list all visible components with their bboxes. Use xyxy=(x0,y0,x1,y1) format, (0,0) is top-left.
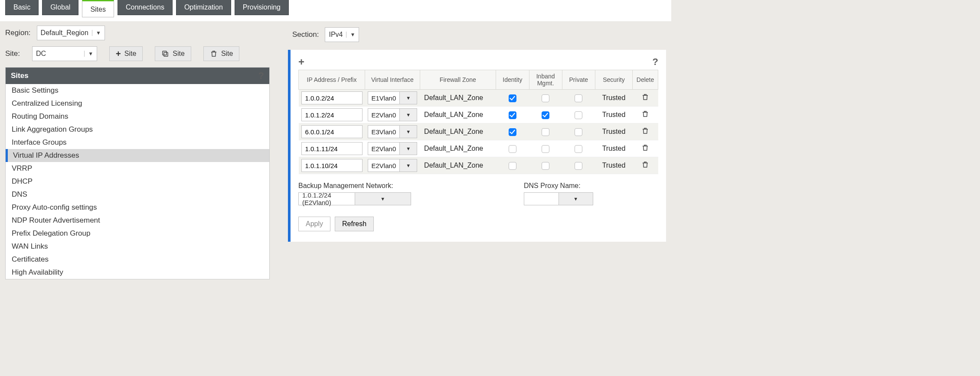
checkbox[interactable] xyxy=(509,111,516,119)
tree-item[interactable]: Virtual IP Addresses xyxy=(6,149,269,162)
chevron-down-icon: ▼ xyxy=(399,126,417,138)
chevron-down-icon: ▼ xyxy=(399,92,417,104)
table-row: E2Vlan0 ▼ Default_LAN_Zone Trusted xyxy=(299,140,658,157)
checkbox[interactable] xyxy=(542,94,549,102)
site-value: DC xyxy=(36,50,46,58)
table-row: E2Vlan0 ▼ Default_LAN_Zone Trusted xyxy=(299,107,658,123)
dnsproxy-label: DNS Proxy Name: xyxy=(524,182,593,190)
col-delete: Delete xyxy=(633,70,658,90)
dnsproxy-select[interactable]: ▼ xyxy=(524,192,593,205)
plus-icon: + xyxy=(116,49,121,59)
vif-select[interactable]: E2Vlan0 ▼ xyxy=(368,108,418,121)
chevron-down-icon: ▼ xyxy=(559,193,593,205)
region-label: Region: xyxy=(5,29,31,37)
checkbox[interactable] xyxy=(542,145,549,153)
tree-item[interactable]: Prefix Delegation Group xyxy=(6,227,269,240)
ip-input[interactable] xyxy=(301,142,363,155)
tree-item[interactable]: WAN Links xyxy=(6,240,269,253)
checkbox[interactable] xyxy=(542,128,549,136)
ip-input[interactable] xyxy=(301,159,363,172)
checkbox[interactable] xyxy=(509,128,516,136)
tab-basic[interactable]: Basic xyxy=(5,0,39,15)
chevron-down-icon: ▼ xyxy=(399,159,417,172)
checkbox[interactable] xyxy=(542,162,549,170)
checkbox[interactable] xyxy=(575,145,582,153)
site-select[interactable]: DC ▼ xyxy=(32,46,97,61)
security-text: Trusted xyxy=(602,162,626,169)
vif-value: E2Vlan0 xyxy=(368,145,400,152)
delete-row-button[interactable] xyxy=(641,162,649,170)
vif-value: E1Vlan0 xyxy=(368,94,400,102)
delete-site-button[interactable]: Site xyxy=(203,46,240,61)
checkbox[interactable] xyxy=(509,145,516,153)
tree-item[interactable]: DHCP xyxy=(6,175,269,188)
tree-item[interactable]: NDP Router Advertisement xyxy=(6,214,269,227)
ip-input[interactable] xyxy=(301,91,363,104)
tree-item[interactable]: VRRP xyxy=(6,162,269,175)
apply-button[interactable]: Apply xyxy=(298,217,330,231)
delete-row-button[interactable] xyxy=(641,94,649,103)
trash-icon xyxy=(641,144,649,152)
clone-site-button[interactable]: Site xyxy=(155,46,191,61)
checkbox[interactable] xyxy=(575,94,582,102)
help-icon[interactable]: ? xyxy=(653,56,658,68)
tree-item[interactable]: Interface Groups xyxy=(6,136,269,149)
add-row-button[interactable]: + xyxy=(298,56,304,68)
vif-select[interactable]: E3Vlan0 ▼ xyxy=(368,125,418,138)
checkbox[interactable] xyxy=(575,111,582,119)
tab-optimization[interactable]: Optimization xyxy=(176,0,231,15)
right-pane: Section: IPv4 ▼ + ? IP Address / Prefix … xyxy=(288,26,666,242)
vip-panel: + ? IP Address / Prefix Virtual Interfac… xyxy=(288,50,666,242)
backup-select[interactable]: 1.0.1.2/24 (E2Vlan0) ▼ xyxy=(298,192,411,205)
vip-table: IP Address / Prefix Virtual Interface Fi… xyxy=(298,70,658,174)
tree-item[interactable]: Certificates xyxy=(6,253,269,266)
svg-rect-1 xyxy=(163,51,167,55)
checkbox[interactable] xyxy=(509,162,516,170)
ip-input[interactable] xyxy=(301,108,363,121)
tree-item[interactable]: High Availability xyxy=(6,266,269,279)
col-inband: Inband Mgmt. xyxy=(529,70,562,90)
vif-select[interactable]: E2Vlan0 ▼ xyxy=(368,142,418,155)
section-select[interactable]: IPv4 ▼ xyxy=(325,27,359,42)
checkbox[interactable] xyxy=(542,111,549,119)
tab-provisioning[interactable]: Provisioning xyxy=(235,0,289,15)
zone-text: Default_LAN_Zone xyxy=(424,145,483,152)
col-private: Private xyxy=(562,70,595,90)
sites-tree: Sites ? Basic SettingsCentralized Licens… xyxy=(5,67,270,279)
ip-input[interactable] xyxy=(301,125,363,138)
checkbox[interactable] xyxy=(575,162,582,170)
vif-select[interactable]: E1Vlan0 ▼ xyxy=(368,91,418,104)
tab-global[interactable]: Global xyxy=(42,0,78,15)
col-vif: Virtual Interface xyxy=(365,70,420,90)
chevron-down-icon: ▼ xyxy=(92,30,101,36)
tab-connections[interactable]: Connections xyxy=(118,0,173,15)
vif-select[interactable]: E2Vlan0 ▼ xyxy=(368,159,418,172)
tree-item[interactable]: DNS xyxy=(6,188,269,201)
security-text: Trusted xyxy=(602,145,626,152)
help-icon[interactable]: ? xyxy=(258,70,264,81)
table-row: E2Vlan0 ▼ Default_LAN_Zone Trusted xyxy=(299,157,658,174)
tree-item[interactable]: Centralized Licensing xyxy=(6,97,269,110)
trash-icon xyxy=(641,161,649,169)
tree-item[interactable]: Routing Domains xyxy=(6,110,269,123)
region-select[interactable]: Default_Region ▼ xyxy=(37,26,105,40)
delete-row-button[interactable] xyxy=(641,111,649,120)
svg-rect-0 xyxy=(164,52,168,56)
checkbox[interactable] xyxy=(575,128,582,136)
delete-row-button[interactable] xyxy=(641,145,649,153)
col-security: Security xyxy=(595,70,632,90)
delete-row-button[interactable] xyxy=(641,128,649,136)
tree-item[interactable]: Basic Settings xyxy=(6,84,269,97)
trash-icon xyxy=(641,127,649,135)
tab-sites[interactable]: Sites xyxy=(82,0,114,17)
trash-icon xyxy=(641,93,649,101)
add-site-button[interactable]: + Site xyxy=(109,46,143,61)
chevron-down-icon: ▼ xyxy=(355,193,411,205)
zone-text: Default_LAN_Zone xyxy=(424,162,483,169)
left-pane: Region: Default_Region ▼ Site: DC ▼ + Si… xyxy=(5,26,283,279)
checkbox[interactable] xyxy=(509,94,516,102)
refresh-button[interactable]: Refresh xyxy=(335,217,374,231)
tree-item[interactable]: Proxy Auto-config settings xyxy=(6,201,269,214)
tree-item[interactable]: Link Aggregation Groups xyxy=(6,123,269,136)
workspace: Region: Default_Region ▼ Site: DC ▼ + Si… xyxy=(0,21,671,279)
